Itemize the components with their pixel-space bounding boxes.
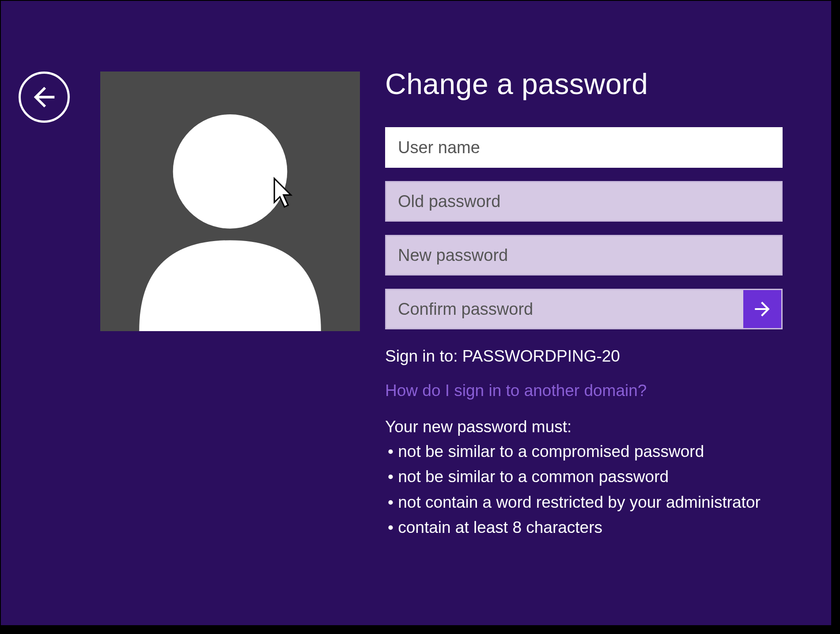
help-link[interactable]: How do I sign in to another domain? xyxy=(385,381,785,400)
new-password-input[interactable] xyxy=(385,235,783,275)
arrow-right-icon xyxy=(751,298,773,320)
page-title: Change a password xyxy=(385,67,785,101)
back-button[interactable] xyxy=(19,72,70,123)
requirement-item: not be similar to a compromised password xyxy=(388,439,785,464)
person-icon xyxy=(100,72,360,331)
confirm-password-row xyxy=(385,289,783,329)
requirement-item: not be similar to a common password xyxy=(388,464,785,489)
requirement-item: contain at least 8 characters xyxy=(388,515,785,540)
password-form: Change a password Sign in to: PASSWORDPI… xyxy=(385,67,785,540)
change-password-screen: Change a password Sign in to: PASSWORDPI… xyxy=(0,0,832,626)
requirements-list: not be similar to a compromised password… xyxy=(385,439,785,540)
sign-in-prefix: Sign in to: xyxy=(385,347,462,365)
username-input[interactable] xyxy=(385,127,783,168)
sign-in-domain: PASSWORDPING-20 xyxy=(462,347,620,365)
old-password-input[interactable] xyxy=(385,181,783,222)
sign-in-to-label: Sign in to: PASSWORDPING-20 xyxy=(385,347,785,366)
requirement-item: not contain a word restricted by your ad… xyxy=(388,490,785,515)
arrow-left-icon xyxy=(29,82,60,113)
requirements-title: Your new password must: xyxy=(385,418,785,436)
submit-button[interactable] xyxy=(743,290,781,328)
confirm-password-input[interactable] xyxy=(385,289,783,329)
svg-point-0 xyxy=(173,114,288,229)
avatar xyxy=(100,72,360,331)
